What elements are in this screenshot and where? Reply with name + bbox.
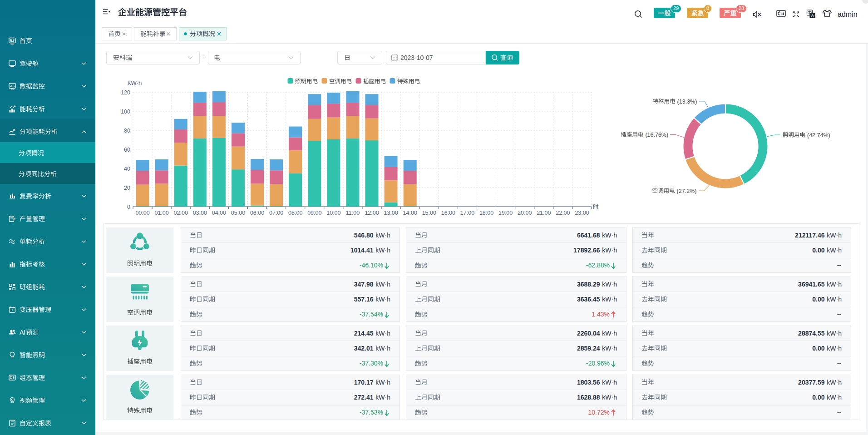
svg-text:(27.2%): (27.2%) — [677, 188, 697, 194]
svg-text:(16.76%): (16.76%) — [645, 132, 668, 138]
svg-text:02:00: 02:00 — [174, 210, 188, 216]
svg-text:kW·h: kW·h — [602, 247, 617, 254]
svg-text:09:00: 09:00 — [307, 210, 321, 216]
svg-text:kW·h: kW·h — [827, 296, 842, 303]
svg-text:1628.88: 1628.88 — [577, 394, 600, 401]
svg-text:0.00: 0.00 — [812, 394, 824, 401]
svg-text:-20.96%: -20.96% — [586, 360, 610, 367]
svg-text:170.17: 170.17 — [354, 379, 374, 386]
svg-text:-37.53%: -37.53% — [360, 409, 383, 416]
svg-text:17892.66: 17892.66 — [573, 247, 600, 254]
svg-text:kW·h: kW·h — [827, 232, 842, 239]
svg-text:23:00: 23:00 — [575, 210, 589, 216]
svg-text:15:00: 15:00 — [422, 210, 436, 216]
svg-text:3636.45: 3636.45 — [577, 296, 600, 303]
svg-text:03:00: 03:00 — [193, 210, 207, 216]
svg-text:AI: AI — [20, 329, 25, 336]
svg-text:kW·h: kW·h — [827, 345, 842, 352]
svg-text:16:00: 16:00 — [441, 210, 455, 216]
svg-text:2023-10-07: 2023-10-07 — [400, 54, 433, 61]
svg-text:08:00: 08:00 — [288, 210, 302, 216]
svg-text:kW·h: kW·h — [827, 379, 842, 386]
svg-text:--: -- — [837, 262, 842, 269]
svg-text:212117.46: 212117.46 — [795, 232, 825, 239]
svg-text:342.01: 342.01 — [354, 345, 374, 352]
svg-text:3688.29: 3688.29 — [577, 281, 600, 288]
svg-text:18:00: 18:00 — [479, 210, 493, 216]
svg-text:60: 60 — [124, 147, 130, 153]
svg-text:1.43%: 1.43% — [592, 311, 610, 318]
svg-text:10.72%: 10.72% — [588, 409, 610, 416]
svg-text:-46.10%: -46.10% — [360, 262, 383, 269]
svg-text:kW·h: kW·h — [602, 345, 617, 352]
svg-text:2260.04: 2260.04 — [577, 330, 600, 337]
svg-text:40: 40 — [124, 166, 130, 172]
svg-text:--: -- — [837, 311, 842, 318]
svg-text:-: - — [202, 54, 205, 61]
svg-text:06:00: 06:00 — [250, 210, 264, 216]
svg-text:kW·h: kW·h — [827, 247, 842, 254]
svg-text:-37.30%: -37.30% — [360, 360, 383, 367]
svg-text:kW·h: kW·h — [375, 345, 390, 352]
svg-text:0.00: 0.00 — [812, 296, 824, 303]
svg-text:kW·h: kW·h — [827, 394, 842, 401]
svg-text:kW·h: kW·h — [602, 379, 617, 386]
svg-text:A: A — [811, 13, 814, 18]
svg-text:-37.54%: -37.54% — [360, 311, 383, 318]
svg-text:1014.41: 1014.41 — [350, 247, 374, 254]
svg-text:--: -- — [837, 360, 842, 367]
svg-text:20377.59: 20377.59 — [798, 379, 825, 386]
svg-text:kW·h: kW·h — [375, 394, 390, 401]
svg-text:36941.65: 36941.65 — [798, 281, 825, 288]
svg-text:kW·h: kW·h — [128, 79, 142, 86]
svg-text:kW·h: kW·h — [602, 330, 617, 337]
svg-text:557.16: 557.16 — [354, 296, 374, 303]
svg-text:kW·h: kW·h — [602, 394, 617, 401]
svg-text:0.00: 0.00 — [812, 345, 824, 352]
svg-text:kW·h: kW·h — [375, 379, 390, 386]
svg-text:6641.68: 6641.68 — [577, 232, 600, 239]
svg-text:kW·h: kW·h — [602, 296, 617, 303]
svg-text:20:00: 20:00 — [518, 210, 532, 216]
svg-text:1803.56: 1803.56 — [577, 379, 600, 386]
svg-text:0.00: 0.00 — [812, 247, 824, 254]
svg-text:19:00: 19:00 — [498, 210, 513, 216]
svg-text:-62.88%: -62.88% — [586, 262, 610, 269]
svg-text:kW·h: kW·h — [827, 330, 842, 337]
svg-text:0: 0 — [127, 204, 130, 210]
svg-text:00:00: 00:00 — [135, 210, 149, 216]
svg-text:kW·h: kW·h — [375, 247, 390, 254]
svg-text:--: -- — [837, 409, 842, 416]
svg-text:kW·h: kW·h — [375, 281, 390, 288]
svg-text:(13.3%): (13.3%) — [677, 99, 697, 105]
svg-text:17:00: 17:00 — [460, 210, 474, 216]
svg-text:kW·h: kW·h — [375, 296, 390, 303]
svg-text:kW·h: kW·h — [827, 281, 842, 288]
svg-text:04:00: 04:00 — [212, 210, 226, 216]
svg-text:01:00: 01:00 — [154, 210, 168, 216]
svg-text:20: 20 — [124, 185, 130, 191]
svg-text:546.80: 546.80 — [354, 232, 374, 239]
svg-text:214.45: 214.45 — [354, 330, 374, 337]
svg-text:11:00: 11:00 — [346, 210, 360, 216]
svg-text:kW·h: kW·h — [375, 232, 390, 239]
svg-text:05:00: 05:00 — [231, 210, 245, 216]
svg-text:07:00: 07:00 — [269, 210, 283, 216]
svg-text:2859.24: 2859.24 — [577, 345, 600, 352]
svg-text:22:00: 22:00 — [556, 210, 570, 216]
svg-text:120: 120 — [121, 89, 130, 96]
svg-text:admin: admin — [838, 10, 858, 18]
svg-text:272.41: 272.41 — [354, 394, 374, 401]
svg-text:80: 80 — [124, 128, 130, 134]
svg-text:kW·h: kW·h — [602, 281, 617, 288]
svg-text:100: 100 — [121, 109, 130, 115]
svg-text:14:00: 14:00 — [403, 210, 417, 216]
svg-text:10:00: 10:00 — [326, 210, 340, 216]
svg-text:13:00: 13:00 — [384, 210, 398, 216]
svg-text:kW·h: kW·h — [375, 330, 390, 337]
svg-text:28874.55: 28874.55 — [798, 330, 825, 337]
svg-text:21:00: 21:00 — [537, 210, 551, 216]
svg-text:(42.74%): (42.74%) — [807, 132, 830, 138]
svg-text:kW·h: kW·h — [602, 232, 617, 239]
svg-text:12:00: 12:00 — [365, 210, 379, 216]
